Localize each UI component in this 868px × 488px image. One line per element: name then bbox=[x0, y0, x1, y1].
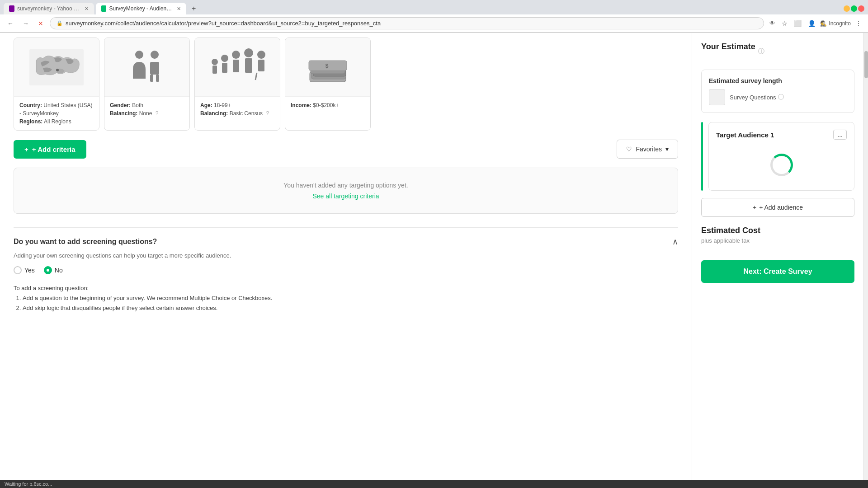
add-audience-label: + Add audience bbox=[759, 204, 803, 211]
target-audience-section: Target Audience 1 ... bbox=[708, 122, 854, 191]
scroll-thumb[interactable] bbox=[864, 51, 868, 78]
forward-button[interactable]: → bbox=[20, 18, 32, 29]
gender-value: Both bbox=[132, 102, 143, 108]
country-card-image bbox=[14, 38, 99, 97]
svg-rect-6 bbox=[156, 75, 159, 82]
sidebar-icon-btn[interactable]: ⬜ bbox=[792, 18, 803, 29]
svg-point-1 bbox=[56, 69, 59, 71]
radio-yes-label: Yes bbox=[24, 267, 35, 274]
next-create-survey-button[interactable]: Next: Create Survey bbox=[701, 260, 854, 283]
radio-no-option[interactable]: No bbox=[44, 266, 63, 274]
camera-icon-btn[interactable]: 👁 bbox=[768, 18, 777, 28]
back-button[interactable]: ← bbox=[5, 18, 16, 29]
screening-steps: To add a screening question: Add a quest… bbox=[14, 283, 678, 313]
svg-rect-12 bbox=[233, 60, 239, 72]
gender-balancing-label: Balancing: bbox=[110, 110, 137, 117]
survey-length-title: Estimated survey length bbox=[709, 77, 847, 84]
incognito-hat-icon: 🕵 bbox=[820, 20, 827, 27]
radio-no-button[interactable] bbox=[44, 266, 52, 274]
age-value: 18-99+ bbox=[214, 102, 231, 108]
window-maximize[interactable]: □ bbox=[851, 5, 857, 12]
income-card[interactable]: $ Income: $0-$200k+ bbox=[285, 38, 371, 131]
add-criteria-button[interactable]: + + Add criteria bbox=[14, 140, 86, 159]
green-border-indicator bbox=[701, 122, 703, 191]
svg-rect-16 bbox=[258, 60, 264, 71]
tab-surveymonkey[interactable]: SurveyMonkey - Audience Pre... ✕ bbox=[96, 3, 186, 14]
svg-rect-4 bbox=[150, 62, 159, 75]
survey-length-section: Estimated survey length Survey Questions… bbox=[701, 70, 854, 113]
age-help-icon[interactable]: ? bbox=[266, 110, 269, 117]
url-text: surveymonkey.com/collect/audience/calcul… bbox=[66, 20, 381, 27]
criteria-actions: + + Add criteria ♡ Favorites ▾ bbox=[14, 140, 678, 159]
target-audience-title: Target Audience 1 bbox=[716, 131, 774, 139]
screening-header[interactable]: Do you want to add screening questions? … bbox=[14, 237, 678, 247]
new-tab-button[interactable]: + bbox=[188, 3, 199, 14]
reload-button[interactable]: ✕ bbox=[35, 18, 46, 29]
regions-label: Regions: bbox=[19, 118, 42, 125]
survey-questions-help-icon[interactable]: ⓘ bbox=[778, 93, 784, 101]
scrollbar[interactable] bbox=[863, 33, 868, 480]
country-card[interactable]: Country: United States (USA) - SurveyMon… bbox=[14, 38, 99, 131]
favorites-label: Favorites bbox=[636, 145, 662, 153]
bookmark-icon-btn[interactable]: ☆ bbox=[780, 18, 789, 29]
tab-yahoo-close[interactable]: ✕ bbox=[85, 6, 89, 12]
target-audience-more-options[interactable]: ... bbox=[833, 130, 847, 140]
gender-balancing-value: None bbox=[139, 110, 152, 117]
svg-point-2 bbox=[135, 51, 143, 59]
screening-section: Do you want to add screening questions? … bbox=[14, 227, 678, 313]
main-content: Country: United States (USA) - SurveyMon… bbox=[0, 33, 692, 480]
toolbar-icons: 👁 ☆ ⬜ 👤 🕵 Incognito ⋮ bbox=[768, 18, 863, 29]
gender-card[interactable]: Gender: Both Balancing: None ? bbox=[104, 38, 190, 131]
tab-sm-title: SurveyMonkey - Audience Pre... bbox=[109, 5, 172, 12]
income-label: Income: bbox=[291, 102, 311, 108]
world-map-icon bbox=[29, 49, 84, 85]
screening-step-2: Add skip logic that disqualifies people … bbox=[23, 303, 678, 313]
empty-targeting-box: You haven't added any targeting options … bbox=[14, 168, 678, 214]
menu-button[interactable]: ⋮ bbox=[854, 18, 863, 29]
income-card-body: Income: $0-$200k+ bbox=[285, 97, 370, 114]
add-criteria-plus-icon: + bbox=[24, 145, 28, 153]
gender-help-icon[interactable]: ? bbox=[156, 110, 159, 117]
tab-sm-close[interactable]: ✕ bbox=[177, 6, 181, 12]
svg-point-9 bbox=[221, 55, 228, 62]
svg-rect-8 bbox=[212, 66, 217, 74]
profile-icon-btn[interactable]: 👤 bbox=[806, 18, 817, 29]
gender-label: Gender: bbox=[110, 102, 131, 108]
loading-spinner-container bbox=[716, 147, 847, 183]
incognito-label: Incognito bbox=[829, 20, 851, 27]
incognito-button[interactable]: 🕵 Incognito bbox=[820, 20, 851, 27]
age-icons bbox=[208, 45, 267, 90]
screening-steps-intro: To add a screening question: bbox=[14, 283, 678, 293]
svg-rect-5 bbox=[150, 75, 153, 82]
age-card[interactable]: Age: 18-99+ Balancing: Basic Census ? bbox=[194, 38, 280, 131]
screening-step-1: Add a question to the beginning of your … bbox=[23, 293, 678, 303]
right-sidebar: Your Estimate ⓘ Estimated survey length … bbox=[692, 33, 863, 480]
survey-length-row: Survey Questions ⓘ bbox=[709, 89, 847, 105]
add-criteria-label: + Add criteria bbox=[32, 145, 75, 153]
favorites-button[interactable]: ♡ Favorites ▾ bbox=[617, 140, 678, 159]
tab-yahoo[interactable]: surveymonkey - Yahoo Search ✕ bbox=[4, 3, 94, 14]
estimated-cost-subtitle: plus applicable tax bbox=[701, 237, 854, 244]
svg-point-11 bbox=[232, 51, 240, 59]
svg-text:$: $ bbox=[326, 63, 329, 69]
add-audience-button[interactable]: + + Add audience bbox=[701, 198, 854, 217]
country-card-body: Country: United States (USA) - SurveyMon… bbox=[14, 97, 99, 130]
survey-questions-spinner[interactable] bbox=[709, 89, 725, 105]
add-audience-plus-icon: + bbox=[753, 204, 756, 211]
age-card-image bbox=[195, 38, 280, 97]
radio-yes-button[interactable] bbox=[14, 266, 22, 274]
status-bar: Waiting for b.6sc.co... bbox=[0, 480, 868, 480]
radio-no-label: No bbox=[55, 267, 63, 274]
window-close[interactable]: ✕ bbox=[858, 5, 864, 12]
tab-sm-favicon bbox=[101, 5, 106, 12]
window-minimize[interactable]: ─ bbox=[844, 5, 850, 12]
svg-line-17 bbox=[255, 73, 257, 80]
estimated-cost-section: Estimated Cost plus applicable tax bbox=[701, 226, 854, 260]
estimate-help-icon[interactable]: ⓘ bbox=[758, 47, 764, 56]
address-bar[interactable]: 🔒 surveymonkey.com/collect/audience/calc… bbox=[50, 17, 764, 29]
browser-toolbar: ← → ✕ 🔒 surveymonkey.com/collect/audienc… bbox=[0, 14, 868, 33]
see-all-criteria-link[interactable]: See all targeting criteria bbox=[28, 192, 664, 200]
radio-yes-option[interactable]: Yes bbox=[14, 266, 35, 274]
chevron-up-icon: ∧ bbox=[672, 237, 678, 247]
income-icon: $ bbox=[305, 47, 350, 88]
